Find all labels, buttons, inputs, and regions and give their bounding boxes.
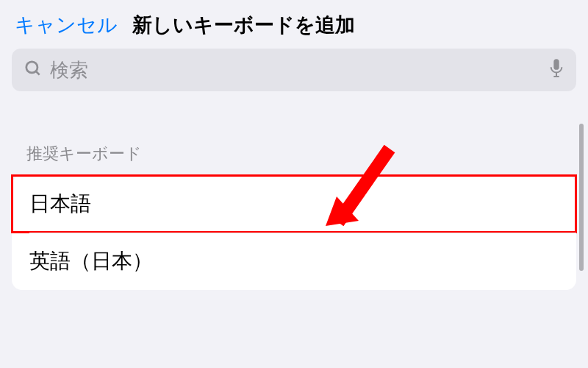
search-icon [24,59,43,81]
svg-point-0 [26,62,37,73]
page-title: 新しいキーボードを追加 [132,12,355,38]
recommended-section: 推奨キーボード 日本語 英語（日本） [0,143,588,290]
scrollbar[interactable] [579,124,584,271]
svg-line-1 [36,71,40,75]
keyboard-list: 日本語 英語（日本） [12,175,576,290]
search-bar[interactable] [12,49,576,91]
list-item-english-japan[interactable]: 英語（日本） [12,233,576,290]
cancel-button[interactable]: キャンセル [15,12,118,38]
search-container [0,49,588,97]
list-item-japanese[interactable]: 日本語 [12,175,576,233]
section-header: 推奨キーボード [12,143,576,175]
svg-rect-2 [553,59,559,70]
list-item-label: 英語（日本） [29,250,153,272]
search-input[interactable] [50,59,541,82]
list-item-label: 日本語 [29,192,91,215]
microphone-icon[interactable] [548,58,564,82]
header-bar: キャンセル 新しいキーボードを追加 [0,0,588,49]
